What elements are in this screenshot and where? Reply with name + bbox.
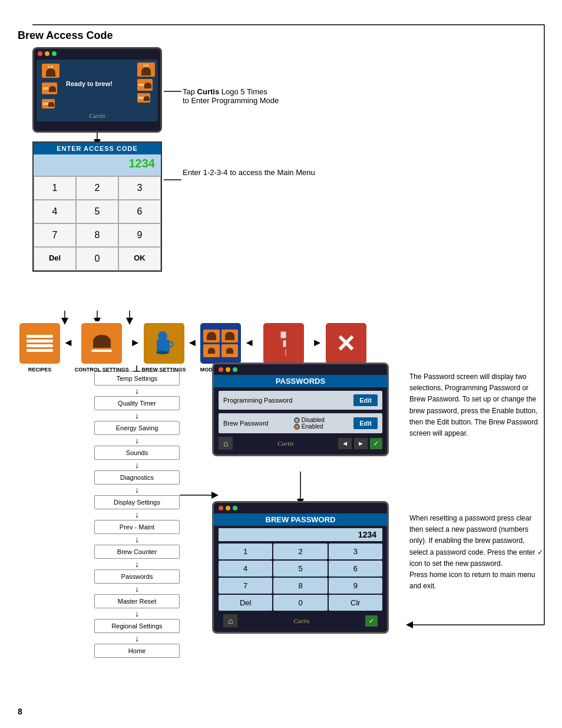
dot-red <box>38 51 42 56</box>
pw-dots <box>214 364 387 375</box>
key-6[interactable]: 6 <box>118 200 161 223</box>
pw-programming-label: Programming Password <box>223 397 292 404</box>
machine-dots <box>34 49 160 58</box>
enter-instruction: Enter 1-2-3-4 to access the Main Menu <box>183 168 315 177</box>
brew-pw-logo: Curtis <box>293 617 310 624</box>
left-arrow-2: ◄ <box>186 337 199 349</box>
pw-dot-yellow <box>226 367 230 372</box>
brew-key-5[interactable]: 5 <box>273 561 327 577</box>
pw-toggle: Disabled Enabled <box>294 417 325 430</box>
dot-yellow <box>45 51 49 56</box>
brew-key-del[interactable]: Del <box>219 595 272 611</box>
brew-password-screen: BREW PASSWORD 1234 1 2 3 4 5 6 7 8 9 Del… <box>212 501 389 634</box>
disabled-label: Disabled <box>302 417 325 423</box>
access-grid: 1 2 3 4 5 6 7 8 9 Del 0 OK <box>34 176 161 271</box>
key-del[interactable]: Del <box>34 247 76 271</box>
brew-key-6[interactable]: 6 <box>329 561 382 577</box>
brew-key-4[interactable]: 4 <box>219 561 272 577</box>
pw-home-btn[interactable]: ⌂ <box>219 437 233 450</box>
brew-pw-check-btn[interactable]: ✓ <box>365 615 378 627</box>
btn-lg2[interactable]: LG <box>137 62 155 77</box>
dot-green <box>52 51 57 56</box>
btn-md1[interactable]: MD <box>42 83 57 94</box>
btn-sm1[interactable]: SM <box>42 99 55 108</box>
info-text-brew-password: When resetting a password press clear th… <box>409 513 545 592</box>
btn-sm2[interactable]: SM <box>137 93 150 103</box>
pw-dot-green <box>233 367 237 372</box>
cup-svg <box>151 329 177 358</box>
left-arrow-3: ◄ <box>243 337 256 349</box>
pw-programming-edit[interactable]: Edit <box>353 394 378 406</box>
pw-nav-forward[interactable]: ► <box>354 438 368 449</box>
access-header: ENTER ACCESS CODE <box>34 143 161 154</box>
page-number: 8 <box>18 707 22 716</box>
info-text-passwords: The Password screen will display two sel… <box>409 371 545 439</box>
brew-key-1[interactable]: 1 <box>219 543 272 559</box>
brew-pw-title: BREW PASSWORD <box>214 513 387 526</box>
pw-title: PASSWORDS <box>214 375 387 387</box>
brew-pw-footer: ⌂ Curtis ✓ <box>219 614 382 627</box>
passwords-screen: PASSWORDS Programming Password Edit Brew… <box>212 363 389 456</box>
menu-prev-maint[interactable]: Prev - Maint <box>94 520 180 534</box>
machine-screen: LG MD SM Ready to brew! LG <box>32 47 162 133</box>
key-4[interactable]: 4 <box>34 200 76 223</box>
menu-diagnostics[interactable]: Diagnostics <box>94 470 180 485</box>
menu-quality-timer[interactable]: Quality Timer <box>94 396 180 410</box>
pw-enabled-option[interactable]: Enabled <box>294 423 325 430</box>
menu-home[interactable]: Home <box>94 644 180 658</box>
menu-icon-recipes[interactable]: RECIPES <box>18 321 62 373</box>
brew-pw-display: 1234 <box>219 528 382 541</box>
brew-key-9[interactable]: 9 <box>329 578 382 594</box>
pw-brew-row: Brew Password Disabled Enabled Edit <box>219 413 382 433</box>
key-9[interactable]: 9 <box>118 223 161 247</box>
enabled-label: Enabled <box>302 423 323 430</box>
pw-nav: ◄ ► ✓ <box>338 438 382 449</box>
key-1[interactable]: 1 <box>34 176 76 200</box>
key-0[interactable]: 0 <box>76 247 118 271</box>
access-code-panel: ENTER ACCESS CODE 1234 1 2 3 4 5 6 7 8 9… <box>32 141 162 272</box>
access-display: 1234 <box>34 154 161 176</box>
pw-disabled-option[interactable]: Disabled <box>294 417 325 423</box>
key-5[interactable]: 5 <box>76 200 118 223</box>
key-8[interactable]: 8 <box>76 223 118 247</box>
menu-brew-counter[interactable]: Brew Counter <box>94 545 180 559</box>
brew-key-2[interactable]: 2 <box>273 543 327 559</box>
btn-lg1[interactable]: LG <box>42 64 59 78</box>
ready-text: Ready to brew! <box>66 80 113 87</box>
btn-md2[interactable]: MD <box>137 79 153 91</box>
radio-disabled <box>294 417 300 423</box>
pw-logo: Curtis <box>277 440 294 447</box>
svg-point-12 <box>158 331 167 341</box>
svg-point-14 <box>156 351 169 354</box>
menu-icon-brew-settings[interactable]: BREW SETTINGS <box>142 321 186 373</box>
brew-key-3[interactable]: 3 <box>329 543 382 559</box>
right-arrow-2: ► <box>311 337 324 349</box>
brew-key-clr[interactable]: Clr <box>329 595 382 611</box>
pw-dot-red <box>219 367 223 372</box>
brew-pw-home-btn[interactable]: ⌂ <box>223 614 237 627</box>
brew-key-0[interactable]: 0 <box>273 595 327 611</box>
right-arrow-1: ► <box>129 337 142 349</box>
pw-check-btn[interactable]: ✓ <box>370 438 382 449</box>
menu-master-reset[interactable]: Master Reset <box>94 594 180 608</box>
menu-energy-saving[interactable]: Energy Saving <box>94 421 180 435</box>
brew-pw-grid: 1 2 3 4 5 6 7 8 9 Del 0 Clr <box>219 543 382 611</box>
pw-brew-edit[interactable]: Edit <box>353 417 378 429</box>
key-ok[interactable]: OK <box>118 247 161 271</box>
menu-passwords[interactable]: Passwords <box>94 569 180 584</box>
pw-footer: ⌂ Curtis ◄ ► ✓ <box>219 437 382 450</box>
menu-temp-settings[interactable]: Temp Settings <box>94 371 180 386</box>
tap-instruction: Tap Curtis Logo 5 Times to Enter Program… <box>183 87 279 105</box>
key-2[interactable]: 2 <box>76 176 118 200</box>
brew-key-8[interactable]: 8 <box>273 578 327 594</box>
key-3[interactable]: 3 <box>118 176 161 200</box>
svg-rect-13 <box>157 340 170 353</box>
brew-key-7[interactable]: 7 <box>219 578 272 594</box>
menu-sounds[interactable]: Sounds <box>94 446 180 460</box>
control-menu: Temp Settings ↓ Quality Timer ↓ Energy S… <box>94 371 180 658</box>
menu-icon-control-settings[interactable]: CONTROL SETTINGS <box>75 321 129 373</box>
pw-nav-back[interactable]: ◄ <box>338 438 352 449</box>
key-7[interactable]: 7 <box>34 223 76 247</box>
menu-regional-settings[interactable]: Regional Settings <box>94 619 180 633</box>
menu-display-settings[interactable]: Display Settings <box>94 495 180 509</box>
